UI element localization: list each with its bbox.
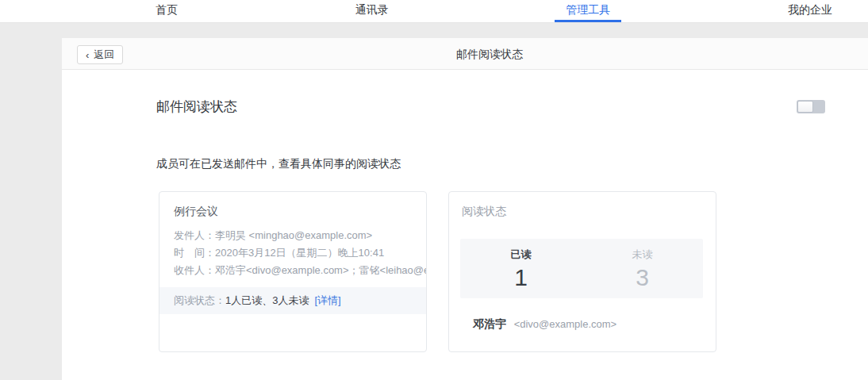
mail-recipients-line: 收件人：邓浩宇<divo@example.com>；雷铭<leihao@e... (159, 262, 426, 279)
read-status-strip: 阅读状态： 1人已读、3人未读 [详情] (159, 287, 426, 314)
toggle-knob-icon (797, 101, 813, 113)
mail-sender-line: 发件人：李明昊 <minghao@example.com> (159, 227, 426, 244)
panel-header: ‹ 返回 邮件阅读状态 (62, 38, 868, 70)
time-label: 时 间： (174, 247, 215, 259)
read-count: 1 (460, 264, 582, 290)
recipients-value: 邓浩宇<divo@example.com>；雷铭<leihao@e... (215, 264, 427, 276)
back-chevron-icon: ‹ (86, 50, 89, 60)
unread-count: 3 (582, 264, 703, 290)
sender-value: 李明昊 <minghao@example.com> (215, 229, 372, 241)
content-area: 邮件阅读状态 成员可在已发送邮件中，查看具体同事的阅读状态 例行会议 发件人：李… (62, 98, 868, 352)
read-status-strip-value: 1人已读、3人未读 (225, 294, 309, 308)
reader-name: 邓浩宇 (473, 317, 506, 330)
mail-subject: 例行会议 (159, 205, 426, 219)
feature-description: 成员可在已发送邮件中，查看具体同事的阅读状态 (156, 157, 825, 171)
read-status-strip-label: 阅读状态： (174, 294, 225, 308)
nav-item-admin-tools[interactable]: 管理工具 (555, 0, 621, 22)
heading-row: 邮件阅读状态 (156, 98, 825, 116)
section-heading: 邮件阅读状态 (156, 98, 237, 116)
nav-item-my-enterprise[interactable]: 我的企业 (777, 0, 843, 22)
reader-email: <divo@example.com> (514, 318, 617, 330)
details-link[interactable]: [详情] (314, 294, 340, 308)
read-stat-column: 已读 1 (460, 248, 582, 290)
mail-time-line: 时 间：2020年3月12日（星期二）晚上10:41 (159, 244, 426, 262)
status-card-title: 阅读状态 (460, 205, 703, 219)
back-button-label: 返回 (94, 48, 114, 62)
nav-item-home[interactable]: 首页 (144, 0, 189, 22)
read-label: 已读 (460, 248, 582, 262)
mail-preview-card: 例行会议 发件人：李明昊 <minghao@example.com> 时 间：2… (159, 191, 427, 352)
nav-item-contacts[interactable]: 通讯录 (344, 0, 400, 22)
top-nav: 首页 通讯录 管理工具 我的企业 (0, 0, 868, 23)
back-button[interactable]: ‹ 返回 (77, 45, 123, 64)
recipients-label: 收件人： (174, 264, 215, 276)
read-status-card: 阅读状态 已读 1 未读 3 邓浩宇 <divo@example.com> (448, 191, 716, 352)
cards-row: 例行会议 发件人：李明昊 <minghao@example.com> 时 间：2… (159, 191, 825, 352)
stat-panel: 已读 1 未读 3 (460, 239, 703, 298)
unread-label: 未读 (582, 248, 703, 262)
main-panel: ‹ 返回 邮件阅读状态 邮件阅读状态 成员可在已发送邮件中，查看具体同事的阅读状… (62, 38, 868, 380)
page-title: 邮件阅读状态 (456, 38, 523, 70)
read-status-toggle[interactable] (797, 100, 825, 113)
unread-stat-column: 未读 3 (582, 248, 703, 290)
reader-row: 邓浩宇 <divo@example.com> (460, 317, 703, 332)
sender-label: 发件人： (174, 229, 215, 241)
time-value: 2020年3月12日（星期二）晚上10:41 (215, 247, 384, 259)
